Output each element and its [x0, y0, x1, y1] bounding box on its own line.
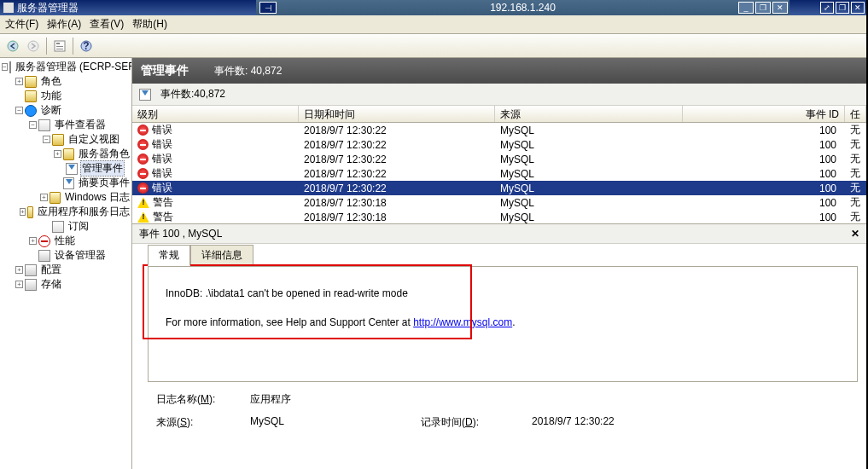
- error-icon: [137, 139, 149, 150]
- tree-subscriptions[interactable]: 订阅: [0, 219, 131, 234]
- tab-general[interactable]: 常规: [148, 245, 190, 266]
- perf-icon: [38, 235, 50, 247]
- svg-rect-5: [56, 49, 63, 49]
- col-eventid[interactable]: 事件 ID: [683, 106, 845, 122]
- collapse-icon[interactable]: −: [2, 63, 8, 71]
- toolbar: ?: [0, 34, 866, 58]
- titlebar-host: ⤢ ❐ ✕: [789, 0, 866, 15]
- collapse-icon[interactable]: −: [29, 121, 37, 129]
- toolbar-sep: [46, 38, 47, 55]
- content-panel: 管理事件 事件数: 40,872 事件数:40,872 级别 日期和时间 来源 …: [132, 58, 866, 469]
- features-icon: [25, 90, 37, 102]
- tree-appservlogs[interactable]: +应用程序和服务日志: [0, 205, 131, 219]
- eventviewer-icon: [38, 119, 50, 131]
- expand-icon[interactable]: +: [54, 150, 61, 158]
- forward-button[interactable]: [24, 37, 43, 55]
- table-row[interactable]: 警告2018/9/7 12:30:18MySQL100无: [132, 210, 866, 223]
- content-header: 管理事件 事件数: 40,872: [132, 58, 866, 84]
- remote-ip: 192.168.1.240: [490, 2, 556, 14]
- detail-title: 事件 100 , MySQL: [139, 227, 222, 241]
- expand-icon[interactable]: +: [29, 237, 37, 245]
- minimize-button[interactable]: _: [738, 2, 754, 14]
- diag-icon: [25, 105, 37, 117]
- tree-summaryevents[interactable]: 摘要页事件: [0, 176, 131, 190]
- expand-icon[interactable]: +: [15, 281, 23, 288]
- tree-config[interactable]: +配置: [0, 263, 131, 277]
- detail-close-button[interactable]: ✕: [851, 228, 859, 240]
- tree-winlogs[interactable]: +Windows 日志: [0, 190, 131, 205]
- expand-icon[interactable]: +: [15, 78, 23, 85]
- host-restore-button[interactable]: ❐: [836, 2, 849, 14]
- collapse-icon[interactable]: −: [43, 136, 50, 143]
- tree-diag[interactable]: −诊断: [0, 103, 131, 118]
- tree-devmgr[interactable]: 设备管理器: [0, 248, 131, 263]
- help-button[interactable]: ?: [77, 37, 96, 55]
- tree-perf[interactable]: +性能: [0, 234, 131, 248]
- mysql-link[interactable]: http://www.mysql.com: [413, 316, 512, 328]
- tree-adminevents[interactable]: 管理事件: [0, 161, 131, 176]
- nav-tree[interactable]: −服务器管理器 (ECRP-SERVER) +角色 功能 −诊断 −事件查看器 …: [0, 58, 132, 469]
- collapse-icon[interactable]: −: [15, 107, 23, 114]
- back-button[interactable]: [3, 37, 22, 55]
- col-level[interactable]: 级别: [132, 106, 299, 122]
- tree-eventviewer[interactable]: −事件查看器: [0, 118, 131, 132]
- time-label: 记录时间(D):: [421, 415, 532, 430]
- error-icon: [137, 153, 149, 165]
- folder-icon: [27, 206, 33, 218]
- table-row[interactable]: 错误2018/9/7 12:30:22MySQL100无: [132, 137, 866, 152]
- table-row[interactable]: 错误2018/9/7 12:30:22MySQL100无: [132, 152, 866, 166]
- event-count-filter: 事件数:40,872: [160, 87, 225, 101]
- titlebar-remote: ⊣ 192.168.1.240 _ ❐ ✕: [256, 0, 789, 15]
- filter-bar: 事件数:40,872: [132, 84, 866, 106]
- tree-root[interactable]: −服务器管理器 (ECRP-SERVER): [0, 60, 131, 74]
- svg-rect-3: [56, 43, 60, 44]
- storage-icon: [25, 279, 37, 291]
- host-close-button[interactable]: ✕: [851, 2, 865, 14]
- detail-header: 事件 100 , MySQL ✕: [132, 223, 866, 244]
- menu-file[interactable]: 文件(F): [5, 17, 38, 32]
- properties-button[interactable]: [50, 37, 69, 55]
- svg-point-0: [8, 41, 18, 51]
- tree-storage[interactable]: +存储: [0, 277, 131, 292]
- close-button[interactable]: ✕: [772, 2, 788, 14]
- menu-action[interactable]: 操作(A): [47, 17, 81, 32]
- table-row[interactable]: 错误2018/9/7 12:30:22MySQL100无: [132, 123, 866, 137]
- error-icon: [137, 182, 149, 194]
- config-icon: [25, 264, 37, 276]
- table-row[interactable]: 错误2018/9/7 12:30:22MySQL100无: [132, 181, 866, 195]
- col-category[interactable]: 任务类别: [845, 106, 866, 122]
- toolbar-sep: [73, 38, 73, 55]
- table-row[interactable]: 警告2018/9/7 12:30:18MySQL100无: [132, 195, 866, 210]
- col-datetime[interactable]: 日期和时间: [299, 106, 495, 122]
- col-source[interactable]: 来源: [495, 106, 683, 122]
- tree-customviews[interactable]: −自定义视图: [0, 132, 131, 147]
- expand-icon[interactable]: +: [20, 208, 26, 216]
- filter-icon: [63, 177, 74, 189]
- titlebar-app[interactable]: 服务器管理器: [0, 0, 256, 15]
- tab-detail[interactable]: 详细信息: [190, 245, 253, 266]
- error-icon: [137, 168, 149, 179]
- table-row[interactable]: 错误2018/9/7 12:30:22MySQL100无: [132, 166, 866, 181]
- app-title: 服务器管理器: [17, 1, 79, 15]
- subscriptions-icon: [52, 221, 64, 233]
- menu-view[interactable]: 查看(V): [90, 17, 124, 32]
- devmgr-icon: [38, 250, 50, 262]
- grid-header: 级别 日期和时间 来源 事件 ID 任务类别: [132, 106, 866, 123]
- host-expand-icon[interactable]: ⤢: [820, 2, 834, 14]
- pin-button[interactable]: ⊣: [259, 2, 277, 14]
- menu-help[interactable]: 帮助(H): [132, 17, 167, 32]
- event-count-header: 事件数: 40,872: [214, 64, 282, 78]
- warning-icon: [137, 197, 149, 208]
- tree-serverroles[interactable]: +服务器角色: [0, 147, 131, 161]
- more-info: For more information, see Help and Suppo…: [166, 316, 840, 328]
- expand-icon[interactable]: +: [40, 194, 48, 201]
- source-label: 来源(S):: [156, 415, 250, 430]
- expand-icon[interactable]: +: [15, 266, 23, 274]
- detail-tabs: 常规 详细信息: [132, 244, 866, 266]
- filter-icon[interactable]: [139, 89, 151, 101]
- event-grid[interactable]: 错误2018/9/7 12:30:22MySQL100无错误2018/9/7 1…: [132, 123, 866, 223]
- restore-button[interactable]: ❐: [755, 2, 771, 14]
- tree-roles[interactable]: +角色: [0, 74, 131, 89]
- detail-meta: 日志名称(M): 应用程序 来源(S): MySQL 记录时间(D): 2018…: [132, 387, 866, 430]
- tree-features[interactable]: 功能: [0, 89, 131, 103]
